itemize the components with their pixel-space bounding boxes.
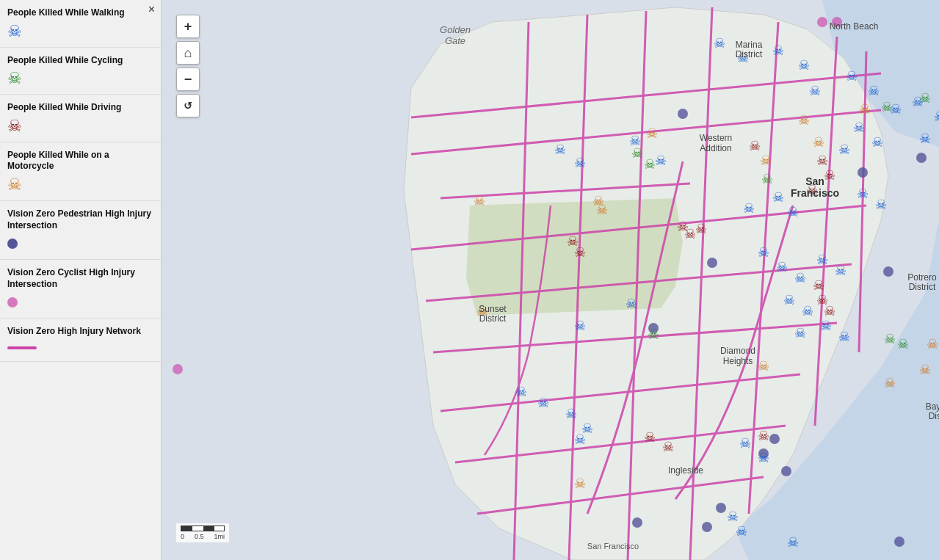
svg-text:☠: ☠ [554, 142, 566, 157]
svg-text:☠: ☠ [772, 43, 784, 58]
svg-text:☠: ☠ [813, 278, 824, 293]
svg-text:Golden: Golden [440, 24, 471, 35]
svg-text:☠: ☠ [838, 330, 850, 344]
svg-text:District: District [479, 313, 507, 324]
svg-text:Ingleside: Ingleside [668, 465, 703, 476]
svg-text:☠: ☠ [919, 131, 931, 146]
svg-text:☠: ☠ [794, 271, 806, 286]
svg-point-27 [781, 466, 791, 476]
circle-ped-icon [7, 239, 18, 249]
svg-text:☠: ☠ [881, 100, 893, 114]
svg-text:☠: ☠ [809, 84, 821, 98]
svg-text:☠: ☠ [758, 451, 769, 465]
svg-text:☠: ☠ [897, 337, 909, 352]
skull-cycling-icon: ☠ [7, 70, 153, 87]
svg-text:☠: ☠ [802, 304, 813, 319]
svg-text:☠: ☠ [919, 363, 931, 377]
svg-text:☠: ☠ [838, 142, 850, 157]
svg-text:San: San [805, 175, 824, 187]
svg-text:☠: ☠ [787, 205, 799, 219]
skull-motorcycle-icon: ☠ [7, 177, 153, 193]
skull-driving-icon: ☠ [7, 118, 153, 134]
legend-title-high-injury: Vision Zero High Injury Network [7, 326, 153, 338]
svg-text:☠: ☠ [783, 293, 795, 308]
map-svg: ☠ ☠ ☠ ☠ ☠ ☠ ☠ ☠ ☠ ☠ ☠ ☠ ☠ ☠ ☠ ☠ ☠ ☠ ☠ ☠ … [162, 0, 939, 560]
svg-text:Gate: Gate [445, 35, 465, 46]
svg-text:North Beach: North Beach [830, 21, 879, 32]
svg-text:Francisco: Francisco [791, 187, 839, 199]
svg-text:☠: ☠ [662, 440, 674, 454]
scale-label-0: 0 [181, 533, 184, 540]
svg-text:☠: ☠ [646, 126, 658, 141]
svg-text:Marina: Marina [736, 40, 763, 50]
svg-text:☠: ☠ [875, 197, 887, 212]
svg-text:☠: ☠ [798, 58, 810, 73]
svg-text:☠: ☠ [743, 201, 755, 216]
svg-text:☠: ☠ [884, 332, 896, 346]
home-button[interactable]: ⌂ [176, 41, 200, 65]
legend-title-walking: People Killed While Walking [7, 7, 153, 19]
svg-text:Diamond: Diamond [720, 346, 755, 356]
legend-item-driving: People Killed While Driving ☠ [0, 95, 161, 142]
svg-text:☠: ☠ [474, 194, 485, 208]
svg-point-17 [678, 109, 688, 119]
svg-text:☠: ☠ [727, 509, 739, 524]
svg-text:☠: ☠ [574, 319, 586, 333]
svg-text:☠: ☠ [644, 430, 656, 445]
svg-text:District: District [736, 49, 763, 59]
legend-title-ped-intersection: Vision Zero Pedestrian High Injury Inter… [7, 208, 153, 231]
svg-text:☠: ☠ [644, 157, 656, 172]
skull-walking-icon: ☠ [7, 23, 153, 40]
svg-text:☠: ☠ [772, 190, 784, 205]
legend-title-driving: People Killed While Driving [7, 102, 153, 114]
svg-text:District: District [909, 282, 936, 292]
svg-text:☠: ☠ [592, 194, 604, 208]
svg-text:☠: ☠ [816, 153, 828, 168]
reset-button[interactable]: ↺ [176, 94, 200, 117]
scale-label-half: 0.5 [195, 533, 204, 540]
svg-text:☠: ☠ [884, 376, 896, 390]
zoom-out-button[interactable]: − [176, 68, 200, 91]
close-button[interactable]: × [148, 3, 155, 16]
legend-panel: × People Killed While Walking ☠ People K… [0, 0, 162, 560]
svg-text:☠: ☠ [816, 252, 828, 267]
svg-text:☠: ☠ [813, 135, 824, 150]
svg-text:District: District [929, 411, 939, 421]
legend-title-cycling: People Killed While Cycling [7, 55, 153, 67]
circle-cyclist-icon [7, 297, 18, 308]
svg-point-23 [769, 434, 780, 444]
svg-text:☠: ☠ [758, 245, 769, 260]
svg-point-26 [702, 522, 712, 532]
svg-text:☠: ☠ [739, 436, 751, 451]
svg-point-34 [173, 364, 183, 374]
svg-text:☠: ☠ [835, 263, 846, 278]
legend-title-motorcycle: People Killed While on a Motorcycle [7, 150, 153, 172]
svg-text:☠: ☠ [677, 219, 689, 234]
scale-bar: 0 0.5 1mi [176, 523, 229, 542]
scale-label-1: 1mi [214, 533, 225, 540]
svg-text:☠: ☠ [794, 326, 806, 341]
svg-text:☠: ☠ [758, 359, 769, 374]
svg-text:☠: ☠ [574, 476, 586, 491]
legend-item-motorcycle: People Killed While on a Motorcycle ☠ [0, 142, 161, 201]
svg-text:☠: ☠ [749, 139, 761, 153]
svg-text:☠: ☠ [626, 297, 637, 311]
legend-item-cyclist-intersection: Vision Zero Cyclist High Injury Intersec… [0, 260, 161, 319]
svg-text:☠: ☠ [919, 91, 931, 106]
zoom-in-button[interactable]: + [176, 15, 200, 38]
svg-text:☠: ☠ [927, 337, 938, 352]
svg-text:☠: ☠ [574, 245, 586, 260]
svg-text:☠: ☠ [798, 113, 810, 128]
svg-text:Sunset: Sunset [479, 304, 507, 314]
svg-text:☠: ☠ [824, 168, 835, 183]
svg-point-19 [916, 153, 927, 163]
map-area[interactable]: + ⌂ − ↺ [162, 0, 939, 560]
svg-text:☠: ☠ [853, 120, 865, 135]
svg-text:☠: ☠ [934, 109, 939, 124]
svg-text:☠: ☠ [695, 222, 707, 236]
svg-point-30 [632, 517, 642, 528]
svg-text:San Francisco: San Francisco [587, 542, 639, 550]
svg-text:Western: Western [700, 133, 732, 143]
svg-text:Potrero: Potrero [907, 272, 937, 283]
svg-text:☠: ☠ [761, 172, 773, 186]
